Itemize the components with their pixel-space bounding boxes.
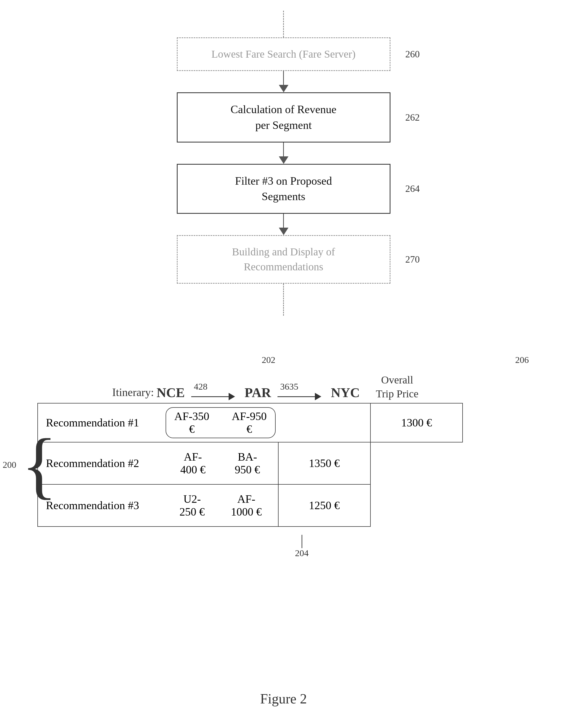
arrow-seg1 [191, 393, 239, 400]
arrow-head-3 [279, 228, 289, 235]
fare-group-2: AF-400 € BA-950 € [168, 448, 273, 478]
ref-264: 264 [406, 183, 420, 194]
seg2-number: 3635 [280, 382, 298, 392]
diagram-section: 202 206 Itinerary: NCE 428 PAR 3635 [37, 360, 529, 558]
arrow-shaft-2 [283, 143, 284, 156]
overall-trip-label: OverallTrip Price [376, 373, 419, 403]
page-container: Lowest Fare Search (Fare Server) 260 Cal… [0, 0, 567, 728]
rec1-fare2-val: AF-950 € [231, 410, 267, 436]
fare-group-3: U2-250 € AF-1000 € [168, 490, 273, 520]
filter-box: Filter #3 on ProposedSegments 264 [177, 164, 391, 214]
building-display-box: Building and Display ofRecommendations 2… [177, 235, 391, 284]
lowest-fare-label: Lowest Fare Search (Fare Server) [211, 48, 356, 60]
rec2-total: 1350 € [278, 442, 371, 484]
top-entry-line [177, 11, 391, 37]
ref-260: 260 [406, 49, 420, 60]
seg2-area: 3635 [275, 382, 328, 403]
arrow-seg1-shaft [191, 396, 228, 397]
ref-204-label: 204 [91, 535, 529, 558]
rec2-fare1: AF-400 € BA-950 € [163, 442, 278, 484]
table-row: Recommendation #1 AF-350 € AF-950 € 1300… [38, 403, 529, 442]
arrow-3 [177, 214, 391, 235]
arrow-head-2 [279, 156, 289, 164]
fare-group-1: AF-350 € AF-950 € [165, 407, 275, 438]
seg1-number: 428 [194, 382, 207, 392]
city-nyc: NYC [331, 385, 360, 403]
ref-204-pointer: 204 [91, 535, 529, 558]
rec2-fare2-val: BA-950 € [230, 450, 265, 476]
rec1-total: 1300 € [371, 403, 463, 442]
itinerary-row: Itinerary: NCE 428 PAR 3635 [37, 360, 529, 403]
recommendation-table: Recommendation #1 AF-350 € AF-950 € 1300… [37, 403, 529, 527]
ref-204-line [302, 535, 302, 548]
arrow-seg2 [277, 393, 326, 400]
seg1-area: 428 [188, 382, 242, 403]
rec3-total: 1250 € [278, 484, 371, 527]
arrow-head-1 [279, 85, 289, 92]
top-dashed-line [283, 11, 284, 37]
itinerary-label: Itinerary: [112, 386, 154, 403]
lowest-fare-text: Lowest Fare Search (Fare Server) [177, 37, 391, 71]
building-display-text: Building and Display ofRecommendations [177, 235, 391, 284]
ref-270: 270 [406, 254, 420, 265]
left-brace: { [21, 428, 57, 502]
rec1-fare1: AF-350 € AF-950 € [163, 403, 278, 442]
rec3-fare2-val: AF-1000 € [228, 493, 265, 518]
rec3-fare1-val: U2-250 € [176, 493, 208, 518]
arrow-seg1-head [228, 393, 235, 400]
table-row: Recommendation #3 U2-250 € AF-1000 € 125… [38, 484, 529, 527]
ref-200-label: 200 [3, 460, 16, 470]
rec3-fare1: U2-250 € AF-1000 € [163, 484, 278, 527]
table-row: Recommendation #2 AF-400 € BA-950 € 1350… [38, 442, 529, 484]
rec1-fare2-cell [278, 403, 371, 442]
filter-text: Filter #3 on ProposedSegments [177, 164, 391, 214]
rec2-fare1-val: AF-400 € [176, 450, 210, 476]
arrow-shaft-3 [283, 214, 284, 228]
calc-revenue-text: Calculation of Revenueper Segment [177, 92, 391, 143]
arrow-seg2-head [315, 393, 321, 400]
arrow-shaft-1 [283, 71, 284, 85]
city-par: PAR [244, 385, 271, 403]
flowchart: Lowest Fare Search (Fare Server) 260 Cal… [177, 11, 391, 316]
ref-204-text: 204 [295, 548, 309, 558]
arrow-2 [177, 143, 391, 164]
bottom-dashed-line [283, 284, 284, 316]
calc-revenue-box: Calculation of Revenueper Segment 262 [177, 92, 391, 143]
ref-262: 262 [406, 112, 420, 123]
table-wrapper: { 200 Recommendation #1 [37, 403, 529, 527]
bottom-exit-line [177, 284, 391, 316]
rec1-fare1-val: AF-350 € [174, 410, 210, 436]
city-nce: NCE [156, 385, 185, 403]
arrow-1 [177, 71, 391, 92]
arrow-seg2-shaft [277, 396, 315, 397]
figure-caption: Figure 2 [260, 691, 307, 707]
lowest-fare-box: Lowest Fare Search (Fare Server) 260 [177, 37, 391, 71]
